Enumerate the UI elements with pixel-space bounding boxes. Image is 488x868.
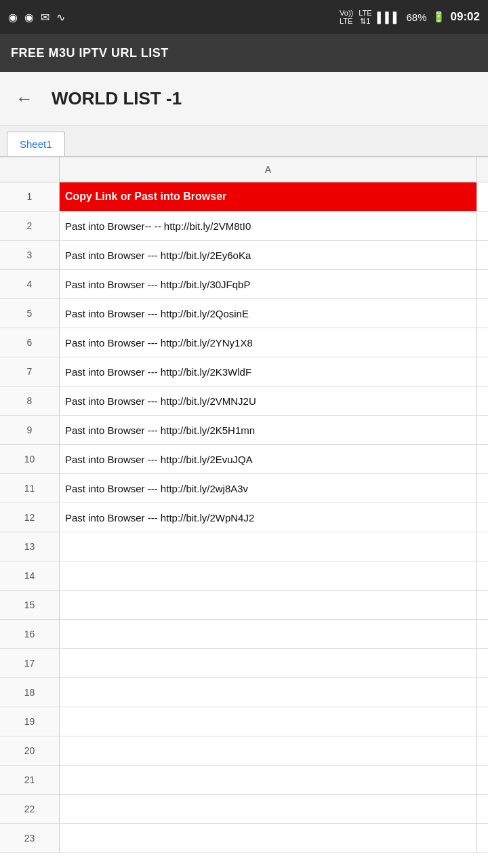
row-cell[interactable] — [60, 561, 477, 590]
back-arrow-icon: ← — [16, 88, 33, 109]
row-number: 3 — [0, 241, 60, 269]
table-row[interactable]: 22 — [0, 795, 488, 824]
scroll-filler — [477, 416, 488, 444]
sheet-tab-sheet1[interactable]: Sheet1 — [7, 132, 65, 156]
row-num-header — [0, 157, 60, 182]
sheet-tab-label: Sheet1 — [20, 138, 52, 150]
battery-icon: 🔋 — [432, 11, 445, 23]
scroll-filler — [477, 561, 488, 590]
row-cell[interactable]: Past into Browser-- -- http://bit.ly/2VM… — [60, 212, 477, 240]
row-number: 21 — [0, 766, 60, 794]
table-row[interactable]: 6Past into Browser --- http://bit.ly/2YN… — [0, 328, 488, 357]
row-cell[interactable] — [60, 649, 477, 677]
row-number: 7 — [0, 357, 60, 386]
table-row[interactable]: 16 — [0, 620, 488, 649]
table-row[interactable]: 8Past into Browser --- http://bit.ly/2VM… — [0, 387, 488, 416]
table-row[interactable]: 4Past into Browser --- http://bit.ly/30J… — [0, 270, 488, 299]
col-a-header: A — [60, 157, 477, 182]
row-cell[interactable]: Past into Browser --- http://bit.ly/30JF… — [60, 270, 477, 298]
row-number: 1 — [0, 182, 60, 211]
table-row[interactable]: 18 — [0, 678, 488, 707]
row-cell[interactable]: Past into Browser --- http://bit.ly/2VMN… — [60, 387, 477, 415]
row-number: 13 — [0, 532, 60, 561]
row-cell[interactable]: Past into Browser --- http://bit.ly/2K3W… — [60, 357, 477, 386]
table-row[interactable]: 17 — [0, 649, 488, 678]
row-cell[interactable] — [60, 707, 477, 736]
table-row[interactable]: 20 — [0, 736, 488, 766]
scroll-filler — [477, 620, 488, 648]
scroll-filler — [477, 532, 488, 561]
row-number: 23 — [0, 824, 60, 852]
status-bar-left: ◉ ◉ ✉ ∿ — [8, 11, 65, 24]
table-row[interactable]: 13 — [0, 532, 488, 561]
row-cell[interactable] — [60, 532, 477, 561]
col-header-row: A — [0, 157, 488, 182]
row-cell[interactable]: Past into Browser --- http://bit.ly/2WpN… — [60, 503, 477, 532]
row-cell[interactable] — [60, 620, 477, 648]
row-number: 8 — [0, 387, 60, 415]
table-row[interactable]: 1Copy Link or Past into Browser — [0, 182, 488, 212]
scroll-filler — [477, 270, 488, 298]
scroll-filler — [477, 357, 488, 386]
table-row[interactable]: 3Past into Browser --- http://bit.ly/2Ey… — [0, 241, 488, 270]
scroll-filler — [477, 649, 488, 677]
row-cell[interactable]: Past into Browser --- http://bit.ly/2K5H… — [60, 416, 477, 444]
row-cell[interactable]: Past into Browser --- http://bit.ly/2Ey6… — [60, 241, 477, 269]
scroll-filler — [477, 591, 488, 619]
app-header: FREE M3U IPTV URL LIST — [0, 34, 488, 72]
table-row[interactable]: 19 — [0, 707, 488, 736]
scroll-filler — [477, 736, 488, 765]
row-cell[interactable]: Past into Browser --- http://bit.ly/2wj8… — [60, 474, 477, 502]
row-cell[interactable] — [60, 766, 477, 794]
table-row[interactable]: 5Past into Browser --- http://bit.ly/2Qo… — [0, 299, 488, 328]
table-row[interactable]: 11Past into Browser --- http://bit.ly/2w… — [0, 474, 488, 503]
row-cell[interactable] — [60, 678, 477, 707]
status-bar: ◉ ◉ ✉ ∿ Vo)) LTE LTE ⇅1 ▌▌▌ 68% 🔋 09:02 — [0, 0, 488, 34]
scroll-filler — [477, 212, 488, 240]
signal-bars: ▌▌▌ — [378, 12, 401, 23]
table-row[interactable]: 7Past into Browser --- http://bit.ly/2K3… — [0, 357, 488, 387]
table-row[interactable]: 9Past into Browser --- http://bit.ly/2K5… — [0, 416, 488, 445]
scroll-filler — [477, 299, 488, 328]
row-number: 9 — [0, 416, 60, 444]
row-cell[interactable]: Past into Browser --- http://bit.ly/2YNy… — [60, 328, 477, 357]
row-cell[interactable] — [60, 795, 477, 823]
table-row[interactable]: 15 — [0, 591, 488, 620]
row-number: 17 — [0, 649, 60, 677]
status-bar-right: Vo)) LTE LTE ⇅1 ▌▌▌ 68% 🔋 09:02 — [340, 9, 480, 25]
row-cell[interactable]: Copy Link or Past into Browser — [60, 182, 477, 211]
lte-indicator: LTE ⇅1 — [359, 9, 371, 25]
battery-level: 68% — [406, 12, 426, 23]
mail-icon: ✉ — [41, 11, 49, 24]
camera2-icon: ◉ — [24, 11, 34, 24]
row-number: 10 — [0, 445, 60, 473]
table-row[interactable]: 21 — [0, 766, 488, 795]
spreadsheet: A 1Copy Link or Past into Browser2Past i… — [0, 157, 488, 853]
scroll-filler — [477, 445, 488, 473]
row-number: 22 — [0, 795, 60, 823]
scroll-filler — [477, 678, 488, 707]
table-row[interactable]: 23 — [0, 824, 488, 853]
row-number: 16 — [0, 620, 60, 648]
scroll-filler — [477, 707, 488, 736]
wifi-icon: ∿ — [56, 11, 65, 24]
row-number: 20 — [0, 736, 60, 765]
row-number: 19 — [0, 707, 60, 736]
camera1-icon: ◉ — [8, 11, 18, 24]
scroll-filler — [477, 241, 488, 269]
table-row[interactable]: 10Past into Browser --- http://bit.ly/2E… — [0, 445, 488, 474]
spreadsheet-rows: 1Copy Link or Past into Browser2Past int… — [0, 182, 488, 853]
row-cell[interactable] — [60, 824, 477, 852]
scroll-filler — [477, 328, 488, 357]
table-row[interactable]: 2Past into Browser-- -- http://bit.ly/2V… — [0, 212, 488, 241]
row-cell[interactable] — [60, 591, 477, 619]
row-cell[interactable] — [60, 736, 477, 765]
scroll-filler — [477, 795, 488, 823]
back-button[interactable]: ← — [11, 85, 38, 113]
scroll-filler — [477, 474, 488, 502]
table-row[interactable]: 14 — [0, 561, 488, 591]
table-row[interactable]: 12Past into Browser --- http://bit.ly/2W… — [0, 503, 488, 532]
row-cell[interactable]: Past into Browser --- http://bit.ly/2Evu… — [60, 445, 477, 473]
row-cell[interactable]: Past into Browser --- http://bit.ly/2Qos… — [60, 299, 477, 328]
scroll-filler — [477, 766, 488, 794]
